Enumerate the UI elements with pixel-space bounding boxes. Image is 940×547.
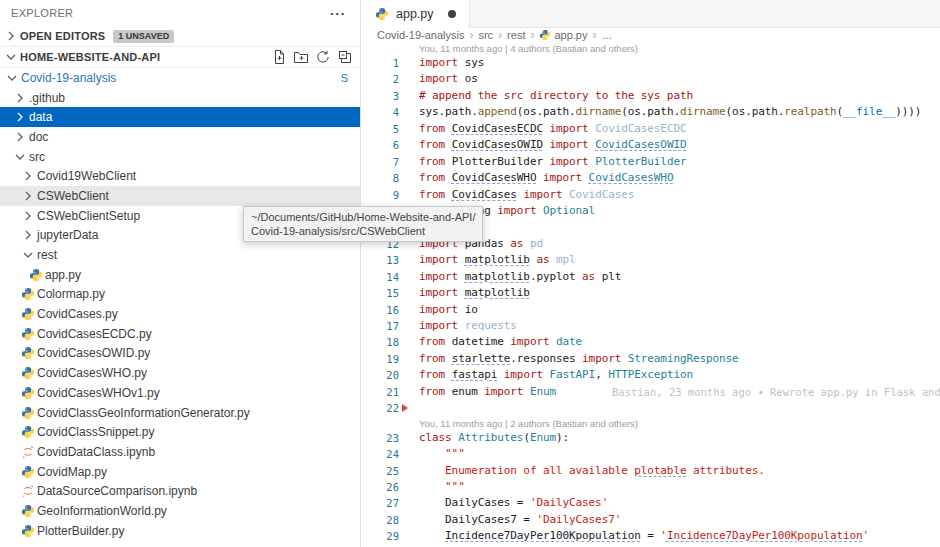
new-folder-icon[interactable] <box>292 48 310 66</box>
breadcrumb-item[interactable]: app.py <box>539 29 587 41</box>
tree-item-CovidCasesWHOv1.py[interactable]: CovidCasesWHOv1.py <box>0 383 360 403</box>
tree-item-Colormap.py[interactable]: Colormap.py <box>0 285 360 305</box>
breadcrumb-item[interactable]: … <box>601 29 612 41</box>
tree-item-CovidCases.py[interactable]: CovidCases.py <box>0 304 360 324</box>
line-number[interactable]: 5 <box>361 121 399 137</box>
line-number[interactable]: 20 <box>361 367 399 383</box>
code-line-15[interactable]: 15import matplotlib <box>361 285 940 301</box>
python-file-icon <box>20 365 36 381</box>
tree-item-CSWebClient[interactable]: CSWebClient <box>0 186 360 206</box>
line-number[interactable]: 29 <box>361 528 399 544</box>
line-number[interactable]: 24 <box>361 446 399 462</box>
tree-item-CovidCasesECDC.py[interactable]: CovidCasesECDC.py <box>0 324 360 344</box>
line-number[interactable]: 18 <box>361 334 399 350</box>
code-line-20[interactable]: 20from fastapi import FastAPI, HTTPExcep… <box>361 367 940 383</box>
tree-item-Covid-19-analysis[interactable]: Covid-19-analysisS <box>0 68 360 88</box>
line-number[interactable]: 26 <box>361 479 399 495</box>
code-line-19[interactable]: 19from starlette.responses import Stream… <box>361 351 940 367</box>
breadcrumbs: Covid-19-analysis›src›rest›app.py›… <box>361 28 940 42</box>
code-line-21[interactable]: 21from enum import EnumBastian, 23 month… <box>361 384 940 400</box>
tree-item-DataSourceComparison.ipynb[interactable]: DataSourceComparison.ipynb <box>0 481 360 501</box>
line-content: DailyCases = 'DailyCases' <box>399 495 608 511</box>
python-file-icon <box>20 523 36 539</box>
tree-item-GeoInformationWorld.py[interactable]: GeoInformationWorld.py <box>0 501 360 521</box>
code-line-7[interactable]: 7from PlotterBuilder import PlotterBuild… <box>361 154 940 170</box>
line-number[interactable]: 21 <box>361 384 399 400</box>
code-line-24[interactable]: 24 """ <box>361 446 940 462</box>
line-number[interactable]: 8 <box>361 170 399 186</box>
unsaved-indicator-icon[interactable] <box>448 10 456 18</box>
tree-item-CovidClassGeoInformationGenerator.py[interactable]: CovidClassGeoInformationGenerator.py <box>0 403 360 423</box>
code-line-9[interactable]: 9from CovidCases import CovidCases <box>361 187 940 203</box>
code-line-25[interactable]: 25 Enumeration of all available plotable… <box>361 463 940 479</box>
line-number[interactable]: 3 <box>361 88 399 104</box>
tree-item-CovidClassSnippet.py[interactable]: CovidClassSnippet.py <box>0 422 360 442</box>
code-line-6[interactable]: 6from CovidCasesOWID import CovidCasesOW… <box>361 137 940 153</box>
tree-item-app.py[interactable]: app.py <box>0 265 360 285</box>
tree-item-label: src <box>29 150 45 164</box>
tree-item-Covid19WebClient[interactable]: Covid19WebClient <box>0 166 360 186</box>
code-line-2[interactable]: 2import os <box>361 71 940 87</box>
refresh-icon[interactable] <box>314 48 332 66</box>
tree-item-rest[interactable]: rest <box>0 245 360 265</box>
tree-item-doc[interactable]: doc <box>0 127 360 147</box>
new-file-icon[interactable] <box>270 48 288 66</box>
breadcrumb-item[interactable]: rest <box>507 29 525 41</box>
line-number[interactable]: 4 <box>361 104 399 120</box>
tree-item-CovidCasesOWID.py[interactable]: CovidCasesOWID.py <box>0 344 360 364</box>
breadcrumb-separator-icon: › <box>592 28 596 42</box>
tree-item-CovidDataClass.ipynb[interactable]: CovidDataClass.ipynb <box>0 442 360 462</box>
line-number[interactable]: 2 <box>361 71 399 87</box>
code-line-14[interactable]: 14import matplotlib.pyplot as plt <box>361 269 940 285</box>
line-number[interactable]: 13 <box>361 252 399 268</box>
tree-item-CovidCasesWHO.py[interactable]: CovidCasesWHO.py <box>0 363 360 383</box>
line-number[interactable]: 23 <box>361 430 399 446</box>
line-number[interactable]: 1 <box>361 55 399 71</box>
line-number[interactable]: 7 <box>361 154 399 170</box>
line-number[interactable]: 6 <box>361 137 399 153</box>
breadcrumb-item[interactable]: src <box>478 29 493 41</box>
tree-item-data[interactable]: data <box>0 107 360 127</box>
workspace-label: HOME-WEBSITE-AND-API <box>20 51 160 63</box>
line-number[interactable]: 22 <box>361 400 399 416</box>
code-line-18[interactable]: 18from datetime import date <box>361 334 940 350</box>
code-line-8[interactable]: 8from CovidCasesWHO import CovidCasesWHO <box>361 170 940 186</box>
collapse-all-icon[interactable] <box>336 48 354 66</box>
code-line-27[interactable]: 27 DailyCases = 'DailyCases' <box>361 495 940 511</box>
line-number[interactable]: 19 <box>361 351 399 367</box>
line-content: from CovidCasesWHO import CovidCasesWHO <box>399 170 673 186</box>
line-number[interactable]: 15 <box>361 285 399 301</box>
code-line-17[interactable]: 17import requests <box>361 318 940 334</box>
line-number[interactable]: 16 <box>361 302 399 318</box>
line-number[interactable]: 28 <box>361 512 399 528</box>
open-editors-section[interactable]: OPEN EDITORS 1 UNSAVED <box>0 26 360 47</box>
workspace-section-header[interactable]: HOME-WEBSITE-AND-API <box>0 47 360 68</box>
code-line-22[interactable]: 22 <box>361 400 940 416</box>
line-number[interactable]: 9 <box>361 187 399 203</box>
code-line-26[interactable]: 26 """ <box>361 479 940 495</box>
tree-item-CovidMap.py[interactable]: CovidMap.py <box>0 462 360 482</box>
code-line-1[interactable]: 1import sys <box>361 55 940 71</box>
code-line-13[interactable]: 13import matplotlib as mpl <box>361 252 940 268</box>
line-number[interactable]: 27 <box>361 495 399 511</box>
tree-item-.github[interactable]: .github <box>0 88 360 108</box>
breadcrumb-item[interactable]: Covid-19-analysis <box>377 29 464 41</box>
code-line-3[interactable]: 3# append the src directory to the sys p… <box>361 88 940 104</box>
code-line-5[interactable]: 5from CovidCasesECDC import CovidCasesEC… <box>361 121 940 137</box>
code-line-28[interactable]: 28 DailyCases7 = 'DailyCases7' <box>361 512 940 528</box>
tree-item-src[interactable]: src <box>0 147 360 167</box>
tree-item-label: CovidCasesWHO.py <box>37 366 147 380</box>
code-line-23[interactable]: 23class Attributes(Enum): <box>361 430 940 446</box>
line-content: import matplotlib as mpl <box>399 252 576 268</box>
tree-item-PlotterBuilder.py[interactable]: PlotterBuilder.py <box>0 521 360 541</box>
line-number[interactable]: 14 <box>361 269 399 285</box>
code-line-29[interactable]: 29 Incidence7DayPer100Kpopulation = 'Inc… <box>361 528 940 544</box>
line-number[interactable]: 25 <box>361 463 399 479</box>
code-line-4[interactable]: 4sys.path.append(os.path.dirname(os.path… <box>361 104 940 120</box>
code-line-16[interactable]: 16import io <box>361 302 940 318</box>
more-actions-icon[interactable]: ··· <box>330 7 346 20</box>
tab-app-py[interactable]: app.py <box>361 0 470 28</box>
line-content: from CovidCasesECDC import CovidCasesECD… <box>399 121 686 137</box>
line-number[interactable]: 17 <box>361 318 399 334</box>
code-editor[interactable]: You, 11 months ago | 4 authors (Bastian … <box>361 42 940 547</box>
